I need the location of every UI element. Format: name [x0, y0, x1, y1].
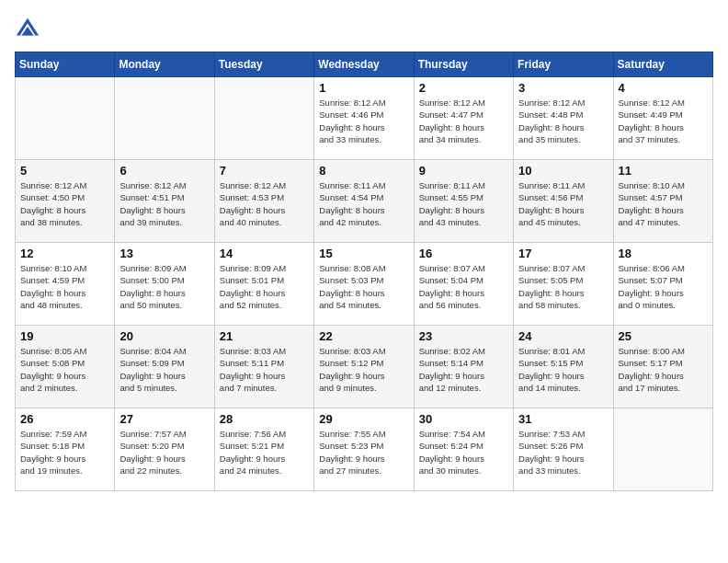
calendar-day-cell: 24Sunrise: 8:01 AM Sunset: 5:15 PM Dayli… [514, 326, 613, 408]
calendar-day-cell: 25Sunrise: 8:00 AM Sunset: 5:17 PM Dayli… [613, 326, 712, 408]
calendar-week-row: 5Sunrise: 8:12 AM Sunset: 4:50 PM Daylig… [16, 160, 713, 243]
day-info: Sunrise: 8:07 AM Sunset: 5:04 PM Dayligh… [419, 262, 508, 311]
day-number: 26 [20, 412, 109, 426]
calendar-day-cell: 27Sunrise: 7:57 AM Sunset: 5:20 PM Dayli… [115, 408, 214, 491]
calendar-day-cell: 22Sunrise: 8:03 AM Sunset: 5:12 PM Dayli… [314, 326, 414, 408]
day-number: 24 [518, 329, 608, 343]
calendar-day-cell: 10Sunrise: 8:11 AM Sunset: 4:56 PM Dayli… [514, 160, 613, 243]
calendar-day-cell: 19Sunrise: 8:05 AM Sunset: 5:08 PM Dayli… [16, 326, 115, 408]
calendar-day-cell [115, 77, 214, 160]
day-number: 31 [518, 412, 608, 426]
day-info: Sunrise: 8:12 AM Sunset: 4:48 PM Dayligh… [518, 97, 608, 145]
logo [15, 15, 44, 40]
day-number: 23 [419, 329, 508, 343]
calendar-day-cell: 1Sunrise: 8:12 AM Sunset: 4:46 PM Daylig… [314, 77, 414, 160]
day-info: Sunrise: 8:12 AM Sunset: 4:49 PM Dayligh… [619, 97, 708, 145]
calendar-day-cell [613, 408, 712, 491]
day-of-week-header: Saturday [613, 52, 712, 77]
day-info: Sunrise: 8:12 AM Sunset: 4:51 PM Dayligh… [119, 179, 209, 228]
day-info: Sunrise: 7:56 AM Sunset: 5:21 PM Dayligh… [220, 428, 309, 477]
day-of-week-header: Friday [514, 52, 613, 77]
calendar-day-cell: 3Sunrise: 8:12 AM Sunset: 4:48 PM Daylig… [514, 77, 613, 160]
day-number: 2 [419, 81, 508, 95]
page-header [15, 15, 713, 40]
day-number: 8 [319, 164, 408, 178]
day-number: 10 [518, 164, 608, 178]
day-info: Sunrise: 7:55 AM Sunset: 5:23 PM Dayligh… [319, 428, 408, 477]
day-number: 19 [20, 329, 109, 343]
calendar-day-cell: 17Sunrise: 8:07 AM Sunset: 5:05 PM Dayli… [514, 243, 613, 326]
calendar-day-cell: 18Sunrise: 8:06 AM Sunset: 5:07 PM Dayli… [613, 243, 712, 326]
day-info: Sunrise: 8:11 AM Sunset: 4:54 PM Dayligh… [319, 179, 408, 228]
calendar-day-cell: 31Sunrise: 7:53 AM Sunset: 5:26 PM Dayli… [514, 408, 613, 491]
day-of-week-header: Monday [115, 52, 214, 77]
calendar-day-cell: 15Sunrise: 8:08 AM Sunset: 5:03 PM Dayli… [314, 243, 414, 326]
calendar-day-cell: 23Sunrise: 8:02 AM Sunset: 5:14 PM Dayli… [414, 326, 513, 408]
day-info: Sunrise: 7:59 AM Sunset: 5:18 PM Dayligh… [20, 428, 109, 477]
day-info: Sunrise: 7:54 AM Sunset: 5:24 PM Dayligh… [419, 428, 508, 477]
day-number: 27 [119, 412, 209, 426]
day-number: 15 [319, 247, 408, 260]
calendar-day-cell: 30Sunrise: 7:54 AM Sunset: 5:24 PM Dayli… [414, 408, 513, 491]
day-info: Sunrise: 8:12 AM Sunset: 4:47 PM Dayligh… [419, 97, 508, 145]
calendar-header-row: SundayMondayTuesdayWednesdayThursdayFrid… [16, 52, 713, 77]
day-info: Sunrise: 8:12 AM Sunset: 4:50 PM Dayligh… [20, 179, 109, 228]
calendar-day-cell: 7Sunrise: 8:12 AM Sunset: 4:53 PM Daylig… [214, 160, 313, 243]
day-info: Sunrise: 8:03 AM Sunset: 5:12 PM Dayligh… [319, 345, 408, 394]
calendar-day-cell: 5Sunrise: 8:12 AM Sunset: 4:50 PM Daylig… [16, 160, 115, 243]
day-info: Sunrise: 8:06 AM Sunset: 5:07 PM Dayligh… [619, 262, 708, 311]
day-number: 4 [619, 81, 708, 95]
day-info: Sunrise: 8:05 AM Sunset: 5:08 PM Dayligh… [20, 345, 109, 394]
calendar-day-cell: 11Sunrise: 8:10 AM Sunset: 4:57 PM Dayli… [613, 160, 712, 243]
calendar-day-cell: 6Sunrise: 8:12 AM Sunset: 4:51 PM Daylig… [115, 160, 214, 243]
day-number: 7 [220, 164, 309, 178]
day-number: 16 [419, 247, 508, 260]
day-number: 1 [319, 81, 408, 95]
calendar-day-cell: 16Sunrise: 8:07 AM Sunset: 5:04 PM Dayli… [414, 243, 513, 326]
day-info: Sunrise: 8:12 AM Sunset: 4:53 PM Dayligh… [220, 179, 309, 228]
calendar-day-cell: 28Sunrise: 7:56 AM Sunset: 5:21 PM Dayli… [214, 408, 313, 491]
day-number: 13 [119, 247, 209, 260]
day-info: Sunrise: 8:09 AM Sunset: 5:00 PM Dayligh… [119, 262, 209, 311]
calendar-day-cell [214, 77, 313, 160]
day-of-week-header: Tuesday [214, 52, 313, 77]
day-info: Sunrise: 8:07 AM Sunset: 5:05 PM Dayligh… [518, 262, 608, 311]
day-of-week-header: Wednesday [314, 52, 414, 77]
day-number: 17 [518, 247, 608, 260]
day-info: Sunrise: 8:11 AM Sunset: 4:56 PM Dayligh… [518, 179, 608, 228]
calendar-week-row: 1Sunrise: 8:12 AM Sunset: 4:46 PM Daylig… [16, 77, 713, 160]
day-number: 18 [619, 247, 708, 260]
day-info: Sunrise: 8:00 AM Sunset: 5:17 PM Dayligh… [619, 345, 708, 394]
calendar-day-cell: 2Sunrise: 8:12 AM Sunset: 4:47 PM Daylig… [414, 77, 513, 160]
day-number: 22 [319, 329, 408, 343]
day-number: 5 [20, 164, 109, 178]
calendar-day-cell [16, 77, 115, 160]
day-of-week-header: Sunday [16, 52, 115, 77]
day-number: 28 [220, 412, 309, 426]
calendar-day-cell: 9Sunrise: 8:11 AM Sunset: 4:55 PM Daylig… [414, 160, 513, 243]
day-info: Sunrise: 8:03 AM Sunset: 5:11 PM Dayligh… [220, 345, 309, 394]
calendar-day-cell: 20Sunrise: 8:04 AM Sunset: 5:09 PM Dayli… [115, 326, 214, 408]
day-info: Sunrise: 8:12 AM Sunset: 4:46 PM Dayligh… [319, 97, 408, 145]
day-number: 14 [220, 247, 309, 260]
day-of-week-header: Thursday [414, 52, 513, 77]
day-number: 12 [20, 247, 109, 260]
calendar-day-cell: 13Sunrise: 8:09 AM Sunset: 5:00 PM Dayli… [115, 243, 214, 326]
day-number: 9 [419, 164, 508, 178]
day-info: Sunrise: 7:53 AM Sunset: 5:26 PM Dayligh… [518, 428, 608, 477]
calendar-day-cell: 29Sunrise: 7:55 AM Sunset: 5:23 PM Dayli… [314, 408, 414, 491]
day-info: Sunrise: 7:57 AM Sunset: 5:20 PM Dayligh… [119, 428, 209, 477]
day-number: 25 [619, 329, 708, 343]
calendar-week-row: 26Sunrise: 7:59 AM Sunset: 5:18 PM Dayli… [16, 408, 713, 491]
day-number: 6 [119, 164, 209, 178]
day-info: Sunrise: 8:08 AM Sunset: 5:03 PM Dayligh… [319, 262, 408, 311]
day-number: 3 [518, 81, 608, 95]
logo-icon [15, 15, 40, 40]
day-info: Sunrise: 8:09 AM Sunset: 5:01 PM Dayligh… [220, 262, 309, 311]
calendar-day-cell: 12Sunrise: 8:10 AM Sunset: 4:59 PM Dayli… [16, 243, 115, 326]
day-number: 30 [419, 412, 508, 426]
day-number: 29 [319, 412, 408, 426]
day-info: Sunrise: 8:04 AM Sunset: 5:09 PM Dayligh… [119, 345, 209, 394]
calendar-week-row: 12Sunrise: 8:10 AM Sunset: 4:59 PM Dayli… [16, 243, 713, 326]
day-info: Sunrise: 8:11 AM Sunset: 4:55 PM Dayligh… [419, 179, 508, 228]
